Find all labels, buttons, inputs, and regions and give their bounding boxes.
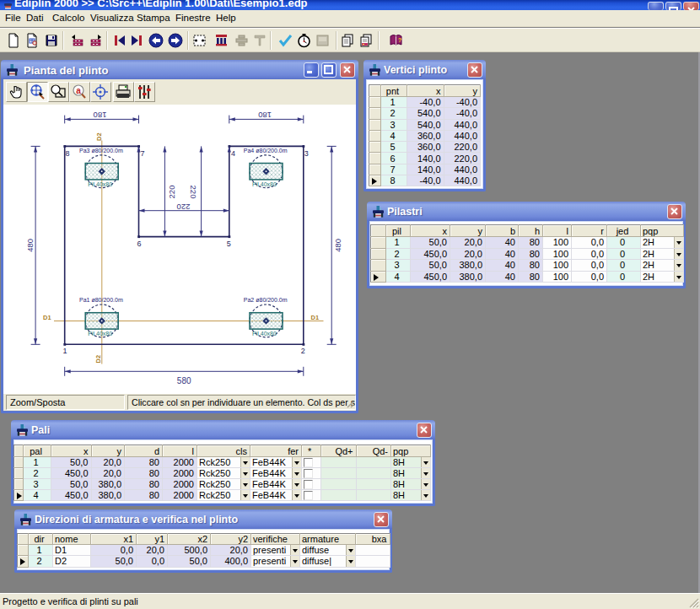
svg-text:6: 6 — [137, 240, 142, 248]
svg-text:?: ? — [398, 37, 401, 43]
svg-text:D1: D1 — [43, 314, 51, 321]
svg-text:Pil 40x80: Pil 40x80 — [88, 331, 112, 337]
svg-text:Pa2 ø80/200.0m: Pa2 ø80/200.0m — [244, 297, 288, 303]
svg-text:a: a — [76, 86, 81, 95]
svg-text:5: 5 — [227, 240, 231, 248]
svg-text:Pil 40x80: Pil 40x80 — [88, 181, 112, 187]
svg-text:D2: D2 — [95, 132, 103, 141]
svg-text:Pa3 ø80/200.0m: Pa3 ø80/200.0m — [79, 148, 123, 154]
svg-text:Pa1 ø80/200.0m: Pa1 ø80/200.0m — [79, 297, 123, 303]
svg-text:220: 220 — [189, 186, 198, 199]
svg-text:8: 8 — [66, 149, 70, 158]
svg-text:Pil 40x80: Pil 40x80 — [252, 181, 277, 187]
svg-text:Pa4 ø80/200.0m: Pa4 ø80/200.0m — [244, 148, 288, 154]
svg-text:220: 220 — [177, 202, 191, 212]
svg-text:Pil 40x80: Pil 40x80 — [252, 331, 277, 337]
svg-text:180: 180 — [258, 110, 272, 120]
svg-text:480: 480 — [25, 239, 35, 252]
svg-text:480: 480 — [333, 239, 342, 252]
svg-text:580: 580 — [177, 376, 191, 385]
svg-text:D1: D1 — [311, 314, 320, 321]
svg-text:4: 4 — [231, 149, 235, 158]
svg-text:2: 2 — [301, 347, 305, 355]
svg-text:220: 220 — [167, 186, 176, 199]
svg-text:180: 180 — [94, 110, 107, 120]
svg-text:3: 3 — [304, 149, 309, 158]
svg-text:7: 7 — [141, 149, 145, 158]
svg-text:1: 1 — [63, 347, 67, 355]
svg-text:D2: D2 — [94, 355, 102, 364]
